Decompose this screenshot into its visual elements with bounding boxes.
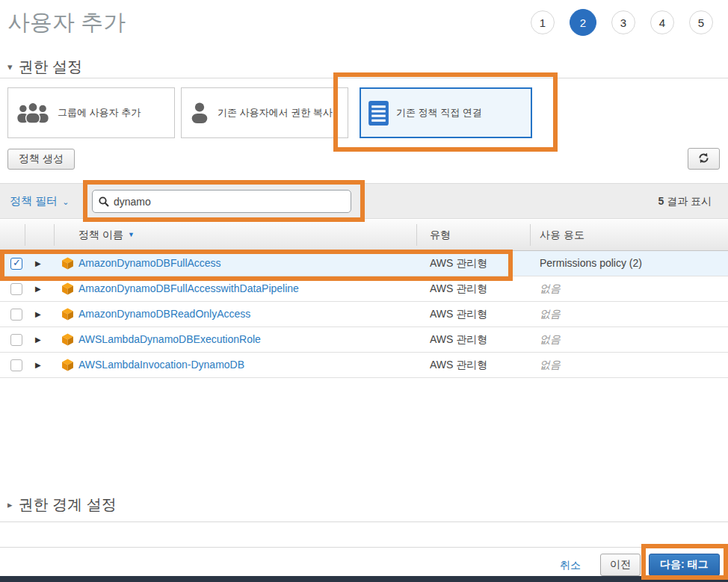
row-checkbox[interactable] xyxy=(10,309,22,321)
table-row: AmazonDynamoDBFullAccesswithDataPipeline… xyxy=(0,276,728,302)
permissions-section-title: 권한 설정 xyxy=(19,58,83,75)
expand-caret-icon[interactable] xyxy=(35,361,41,369)
next-tags-button[interactable]: 다음: 태그 xyxy=(649,554,720,576)
chevron-down-icon xyxy=(7,61,13,72)
users-group-icon xyxy=(16,102,50,124)
section-divider xyxy=(0,521,728,522)
permissions-section-header[interactable]: 권한 설정 xyxy=(7,57,82,77)
page-title: 사용자 추가 xyxy=(7,7,126,38)
table-row: AmazonDynamoDBFullAccess AWS 관리형 Permiss… xyxy=(0,251,728,276)
policy-name-link[interactable]: AmazonDynamoDBFullAccess xyxy=(78,257,221,269)
row-checkbox[interactable] xyxy=(10,258,22,270)
step-1[interactable]: 1 xyxy=(531,10,555,34)
policy-type: AWS 관리형 xyxy=(430,257,487,270)
search-input[interactable] xyxy=(114,196,345,208)
row-checkbox[interactable] xyxy=(10,334,22,346)
policy-type: AWS 관리형 xyxy=(430,308,487,321)
policy-type: AWS 관리형 xyxy=(430,333,487,347)
policy-usage: Permissions policy (2) xyxy=(540,257,642,269)
policy-cube-icon xyxy=(61,282,74,298)
boundary-section-header[interactable]: 권한 경계 설정 xyxy=(7,495,117,515)
footer-divider xyxy=(0,547,728,548)
column-divider xyxy=(416,224,417,246)
chevron-down-icon: ⌄ xyxy=(62,197,69,206)
column-header-type: 유형 xyxy=(430,229,451,242)
boundary-section-title: 권한 경계 설정 xyxy=(19,496,117,513)
policy-name-link[interactable]: AWSLambdaDynamoDBExecutionRole xyxy=(78,333,261,345)
table-row: AWSLambdaInvocation-DynamoDB AWS 관리형 없음 xyxy=(0,353,728,378)
document-icon xyxy=(368,101,389,126)
table-row: AmazonDynamoDBReadOnlyAccess AWS 관리형 없음 xyxy=(0,302,728,327)
step-indicator: 12345 xyxy=(531,9,713,36)
section-divider xyxy=(0,78,728,78)
policy-usage: 없음 xyxy=(540,282,561,296)
policy-usage: 없음 xyxy=(540,359,561,372)
refresh-button[interactable] xyxy=(688,148,720,170)
user-icon xyxy=(189,102,210,124)
policy-name-header-label: 정책 이름 xyxy=(78,229,123,241)
row-checkbox[interactable] xyxy=(10,283,22,295)
option-label: 기존 정책 직접 연결 xyxy=(396,106,482,120)
step-2[interactable]: 2 xyxy=(570,9,596,36)
step-5[interactable]: 5 xyxy=(689,10,713,34)
expand-caret-icon[interactable] xyxy=(35,310,41,318)
sort-descending-icon: ▼ xyxy=(128,231,135,238)
policy-usage: 없음 xyxy=(540,308,561,321)
policy-filter-label: 정책 필터 xyxy=(10,194,58,207)
results-suffix: 결과 표시 xyxy=(664,195,712,207)
option-attach-existing-policies[interactable]: 기존 정책 직접 연결 xyxy=(360,87,532,138)
table-header: 정책 이름▼ 유형 사용 용도 xyxy=(0,220,728,251)
step-4[interactable]: 4 xyxy=(650,10,674,34)
policy-cube-icon xyxy=(61,257,74,273)
table-row: AWSLambdaDynamoDBExecutionRole AWS 관리형 없… xyxy=(0,327,728,353)
row-checkbox[interactable] xyxy=(10,359,22,371)
policy-usage: 없음 xyxy=(540,333,561,347)
refresh-icon xyxy=(698,152,709,166)
option-add-user-to-group[interactable]: 그룹에 사용자 추가 xyxy=(7,87,175,138)
results-count: 5 결과 표시 xyxy=(658,195,712,208)
policy-name-link[interactable]: AmazonDynamoDBFullAccesswithDataPipeline xyxy=(78,282,299,294)
bottom-bar xyxy=(0,576,728,582)
previous-button[interactable]: 이전 xyxy=(600,554,641,576)
policy-cube-icon xyxy=(61,308,74,323)
policy-type: AWS 관리형 xyxy=(430,359,487,372)
chevron-right-icon xyxy=(7,499,13,510)
expand-caret-icon[interactable] xyxy=(35,285,41,293)
policy-cube-icon xyxy=(61,359,74,374)
option-copy-permissions[interactable]: 기존 사용자에서 권한 복사 xyxy=(181,87,348,138)
filter-bar: 정책 필터⌄ 5 결과 표시 xyxy=(0,183,728,219)
cancel-link[interactable]: 취소 xyxy=(560,559,581,572)
policy-type: AWS 관리형 xyxy=(430,282,487,296)
option-label: 그룹에 사용자 추가 xyxy=(58,106,141,120)
column-divider xyxy=(530,224,531,246)
add-user-wizard-page: 사용자 추가 12345 권한 설정 그룹에 사용자 추가 기존 사용자에서 권… xyxy=(0,0,728,582)
search-icon xyxy=(99,196,109,207)
column-header-usage: 사용 용도 xyxy=(540,229,584,242)
search-box xyxy=(92,190,351,213)
create-policy-button[interactable]: 정책 생성 xyxy=(7,149,75,170)
step-3[interactable]: 3 xyxy=(611,10,635,34)
expand-caret-icon[interactable] xyxy=(35,335,41,344)
column-header-policy-name[interactable]: 정책 이름▼ xyxy=(78,229,135,242)
policy-filter-dropdown[interactable]: 정책 필터⌄ xyxy=(10,194,69,208)
policy-cube-icon xyxy=(61,333,74,349)
policy-name-link[interactable]: AmazonDynamoDBReadOnlyAccess xyxy=(78,308,250,320)
policy-name-link[interactable]: AWSLambdaInvocation-DynamoDB xyxy=(78,359,244,371)
column-divider xyxy=(54,224,55,246)
expand-caret-icon[interactable] xyxy=(35,259,41,267)
column-divider xyxy=(25,224,25,246)
option-label: 기존 사용자에서 권한 복사 xyxy=(218,106,333,120)
